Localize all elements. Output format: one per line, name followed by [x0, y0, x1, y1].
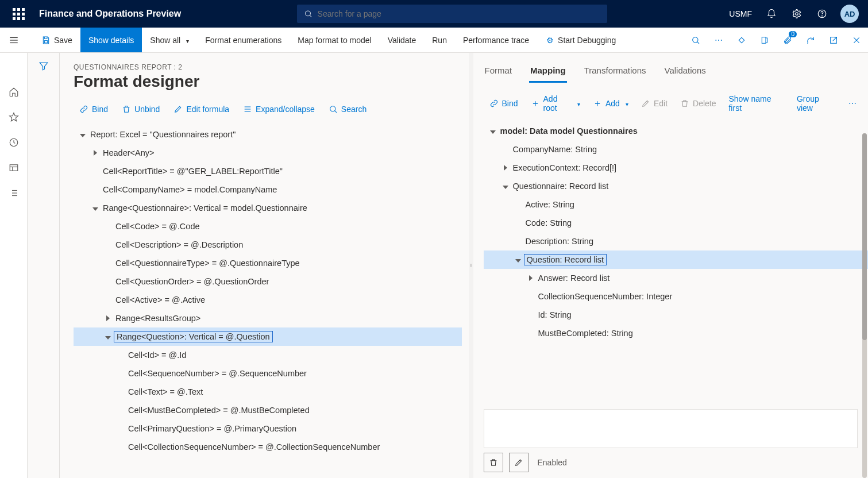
attachments-icon[interactable]: 0: [776, 28, 799, 53]
tree-toggle-icon[interactable]: [512, 254, 524, 265]
tree-toggle-icon[interactable]: [500, 180, 511, 192]
run-button[interactable]: Run: [424, 28, 455, 52]
tree-row[interactable]: Description: String: [484, 232, 869, 250]
tab-format[interactable]: Format: [484, 63, 514, 83]
validate-button[interactable]: Validate: [380, 28, 425, 52]
tree-toggle-icon[interactable]: [102, 331, 114, 342]
tab-mapping[interactable]: Mapping: [529, 63, 567, 83]
unbind-button[interactable]: Unbind: [116, 101, 165, 117]
tree-row[interactable]: Range<Questionnaire>: Vertical = model.Q…: [74, 199, 462, 217]
bot-edit-button[interactable]: [509, 453, 528, 472]
tree-row[interactable]: Cell<Active> = @.Active: [74, 291, 462, 309]
cmd-search-icon[interactable]: [684, 28, 707, 53]
edit-formula-button[interactable]: Edit formula: [168, 101, 235, 117]
diamond-icon[interactable]: [730, 28, 753, 53]
pencil-icon: [514, 458, 523, 467]
save-button[interactable]: Save: [33, 28, 80, 52]
add-root-button[interactable]: ＋ Add root: [525, 91, 586, 116]
tree-row[interactable]: CollectionSequenceNumber: Integer: [484, 287, 869, 306]
tree-row[interactable]: MustBeCompleted: String: [484, 324, 869, 342]
tab-validations[interactable]: Validations: [663, 63, 707, 83]
r-more-icon[interactable]: ⋯: [843, 95, 862, 111]
tree-row[interactable]: model: Data model Questionnaires: [484, 122, 869, 140]
tree-toggle-icon[interactable]: [525, 272, 537, 284]
tree-row[interactable]: Questionnaire: Record list: [484, 177, 869, 195]
tree-row[interactable]: Cell<Id> = @.Id: [74, 346, 462, 364]
show-all-button[interactable]: Show all: [142, 28, 197, 52]
show-details-button[interactable]: Show details: [80, 28, 142, 52]
tree-row[interactable]: Cell<Text> = @.Text: [74, 383, 462, 401]
rail-star-icon[interactable]: [0, 105, 28, 130]
search-input[interactable]: [318, 9, 601, 18]
tree-toggle-icon[interactable]: [500, 162, 511, 174]
rail-home-icon[interactable]: [0, 79, 28, 105]
tree-label: ExecutionContext: Record[!]: [511, 162, 619, 174]
map-format-button[interactable]: Map format to model: [290, 28, 379, 52]
tree-row[interactable]: Answer: Record list: [484, 269, 869, 287]
group-view-button[interactable]: Group view: [791, 91, 842, 116]
tree-row[interactable]: Cell<QuestionnaireType> = @.Questionnair…: [74, 254, 462, 272]
rail-modules-icon[interactable]: [0, 180, 28, 206]
refresh-icon[interactable]: [799, 28, 822, 53]
format-enumerations-button[interactable]: Format enumerations: [197, 28, 290, 52]
tree-spacer: [525, 291, 537, 302]
more-icon[interactable]: ⋯: [707, 28, 730, 53]
tree-toggle-icon[interactable]: [90, 202, 101, 214]
format-tree[interactable]: Report: Excel = "Questionnaires report"H…: [74, 125, 469, 460]
app-launcher-icon[interactable]: [5, 0, 32, 28]
global-search[interactable]: [297, 5, 607, 23]
close-icon[interactable]: [845, 28, 868, 53]
rail-recent-icon[interactable]: [0, 130, 28, 155]
entity-label[interactable]: USMF: [723, 9, 758, 18]
tree-row[interactable]: Cell<CompanyName> = model.CompanyName: [74, 180, 462, 199]
tree-row[interactable]: Cell<Code> = @.Code: [74, 217, 462, 236]
tree-row[interactable]: Cell<MustBeCompleted> = @.MustBeComplete…: [74, 401, 462, 419]
filter-icon[interactable]: [38, 61, 49, 478]
tree-row[interactable]: Report: Excel = "Questionnaires report": [74, 125, 462, 144]
tree-spacer: [115, 404, 126, 416]
mapping-tree[interactable]: model: Data model QuestionnairesCompanyN…: [473, 122, 869, 427]
popout-icon[interactable]: [822, 28, 845, 53]
tree-toggle-icon[interactable]: [77, 129, 88, 140]
tree-row[interactable]: Active: String: [484, 195, 869, 214]
settings-icon[interactable]: [785, 0, 808, 28]
bind-button[interactable]: Bind: [74, 101, 114, 117]
tree-row[interactable]: Code: String: [484, 214, 869, 232]
tree-row[interactable]: CompanyName: String: [484, 140, 869, 159]
r-bind-button[interactable]: Bind: [484, 95, 524, 111]
tree-row[interactable]: Question: Record list: [484, 250, 869, 269]
bot-delete-button[interactable]: [484, 453, 503, 472]
help-icon[interactable]: [811, 0, 834, 28]
tree-search-button[interactable]: Search: [323, 101, 372, 117]
svg-rect-8: [739, 37, 744, 43]
tree-spacer: [102, 276, 114, 287]
tree-row[interactable]: Range<Question>: Vertical = @.Question: [74, 327, 462, 346]
tree-label: CompanyName: String: [511, 144, 599, 155]
notifications-icon[interactable]: [760, 0, 783, 28]
tree-row[interactable]: Header<Any>: [74, 144, 462, 162]
start-debugging-button[interactable]: ⚙ Start Debugging: [537, 28, 624, 52]
tree-toggle-icon[interactable]: [487, 125, 499, 137]
avatar[interactable]: AD: [840, 5, 859, 23]
performance-trace-button[interactable]: Performance trace: [455, 28, 537, 52]
tree-label: Cell<CompanyName> = model.CompanyName: [101, 184, 279, 195]
tree-row[interactable]: Cell<QuestionOrder> = @.QuestionOrder: [74, 272, 462, 291]
office-icon[interactable]: [753, 28, 776, 53]
tree-row[interactable]: Cell<SequenceNumber> = @.SequenceNumber: [74, 364, 462, 383]
add-button[interactable]: ＋ Add: [587, 94, 634, 113]
tree-row[interactable]: Cell<CollectionSequenceNumber> = @.Colle…: [74, 438, 462, 456]
show-name-first-button[interactable]: Show name first: [723, 91, 789, 116]
tree-row[interactable]: Cell<Description> = @.Description: [74, 236, 462, 254]
nav-hamburger-icon[interactable]: [5, 31, 23, 49]
tree-row[interactable]: Range<ResultsGroup>: [74, 309, 462, 327]
rail-workspace-icon[interactable]: [0, 155, 28, 180]
tree-toggle-icon[interactable]: [90, 147, 101, 159]
tree-row[interactable]: Cell<ReportTitle> = @"GER_LABEL:ReportTi…: [74, 162, 462, 180]
tree-row[interactable]: ExecutionContext: Record[!]: [484, 159, 869, 177]
pane-splitter[interactable]: [469, 53, 473, 478]
expand-collapse-button[interactable]: Expand/collapse: [237, 101, 321, 117]
tree-toggle-icon[interactable]: [102, 313, 114, 324]
tree-row[interactable]: Id: String: [484, 306, 869, 324]
tree-row[interactable]: Cell<PrimaryQuestion> = @.PrimaryQuestio…: [74, 419, 462, 438]
tab-transformations[interactable]: Transformations: [583, 63, 647, 83]
